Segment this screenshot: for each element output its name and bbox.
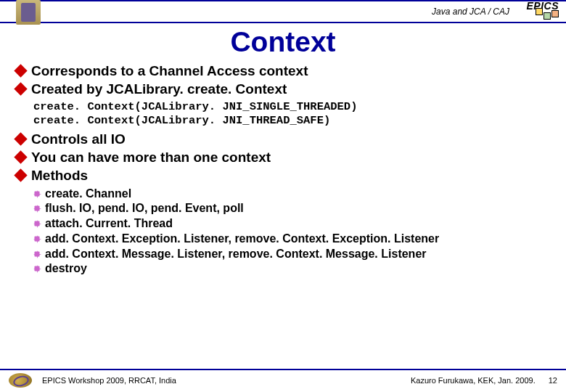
bullet-text: Controls all IO	[31, 131, 126, 148]
bullet-text: add. Context. Message. Listener, remove.…	[45, 247, 427, 262]
four-point-bullet-icon	[33, 190, 41, 197]
svg-marker-3	[33, 235, 41, 243]
bullet-level1: You can have more than one context	[16, 149, 553, 166]
bullet-level1: Methods	[16, 167, 553, 184]
diamond-bullet-icon	[14, 150, 27, 163]
diamond-bullet-icon	[14, 168, 27, 181]
bullet-level2: create. Channel	[33, 187, 553, 202]
bullet-text: Created by JCALibrary. create. Context	[31, 81, 287, 98]
bullet-text: create. Channel	[45, 187, 131, 202]
bullet-level2-group: create. Channel flush. IO, pend. IO, pen…	[33, 187, 553, 277]
footer-right-text: Kazuro Furukawa, KEK, Jan. 2009.	[411, 376, 536, 385]
four-point-bullet-icon	[33, 235, 41, 242]
footer-left-text: EPICS Workshop 2009, RRCAT, India	[42, 376, 176, 385]
diamond-bullet-icon	[14, 82, 27, 95]
epics-color-boxes-icon	[526, 12, 559, 20]
slide-content: Corresponds to a Channel Access context …	[0, 62, 566, 277]
bullet-level1: Controls all IO	[16, 131, 553, 148]
header-subtitle: Java and JCA / CAJ	[432, 7, 509, 17]
four-point-bullet-icon	[33, 205, 41, 212]
svg-marker-4	[33, 250, 41, 258]
bullet-level2: flush. IO, pend. IO, pend. Event, poll	[33, 201, 553, 216]
bullet-text: Methods	[31, 167, 88, 184]
svg-marker-0	[33, 190, 41, 198]
svg-marker-2	[33, 220, 41, 228]
four-point-bullet-icon	[33, 250, 41, 258]
bullet-text: flush. IO, pend. IO, pend. Event, poll	[45, 201, 244, 216]
bullet-text: destroy	[45, 261, 87, 277]
footer-logo-icon	[9, 373, 32, 388]
code-block: create. Context(JCALibrary. JNI_SINGLE_T…	[33, 100, 553, 128]
diamond-bullet-icon	[14, 133, 27, 146]
bullet-level2: attach. Current. Thread	[33, 216, 553, 232]
slide-footer: EPICS Workshop 2009, RRCAT, India Kazuro…	[0, 369, 566, 388]
bullet-level2: destroy	[33, 261, 553, 277]
slide-header: Java and JCA / CAJ	[0, 0, 566, 23]
code-line: create. Context(JCALibrary. JNI_THREAD_S…	[33, 114, 553, 128]
bullet-level1: Created by JCALibrary. create. Context	[16, 81, 553, 98]
bullet-text: add. Context. Exception. Listener, remov…	[45, 232, 439, 247]
svg-marker-1	[33, 205, 41, 213]
bullet-text: You can have more than one context	[31, 149, 271, 166]
bullet-level2: add. Context. Exception. Listener, remov…	[33, 232, 553, 247]
four-point-bullet-icon	[33, 265, 41, 272]
bullet-text: attach. Current. Thread	[45, 216, 173, 232]
slide-title: Context	[0, 26, 566, 58]
svg-marker-5	[33, 265, 41, 273]
epics-badge: EPICS	[526, 0, 559, 20]
code-line: create. Context(JCALibrary. JNI_SINGLE_T…	[33, 100, 553, 114]
page-number: 12	[549, 376, 557, 385]
bullet-level2: add. Context. Message. Listener, remove.…	[33, 247, 553, 262]
bullet-text: Corresponds to a Channel Access context	[31, 62, 308, 80]
four-point-bullet-icon	[33, 220, 41, 227]
bullet-level1: Corresponds to a Channel Access context	[16, 62, 553, 80]
header-emblem-icon	[16, 0, 41, 25]
diamond-bullet-icon	[14, 64, 27, 77]
